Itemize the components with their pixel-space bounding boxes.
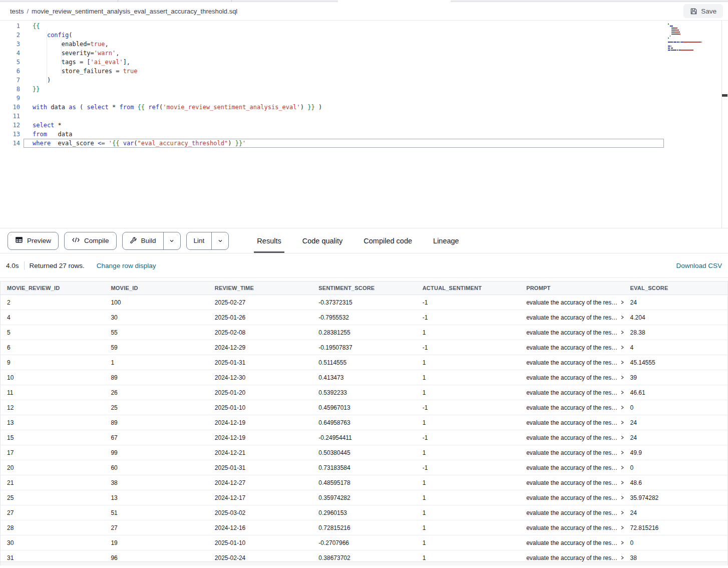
build-dropdown-button[interactable]: [163, 232, 180, 249]
cell-movie-id: 100: [104, 295, 208, 310]
code-line[interactable]: 7 ): [0, 76, 664, 85]
cell-review-time: 2025-02-08: [208, 325, 312, 340]
column-header: EVAL_SCORE: [624, 281, 727, 295]
prompt-preview-text: evaluate the accuracy of the res…: [526, 449, 617, 456]
change-row-display-link[interactable]: Change row display: [97, 262, 156, 269]
code-line[interactable]: 2 config(: [0, 31, 664, 40]
table-row: 21382024-12-270.485951781evaluate the ac…: [1, 475, 727, 490]
expand-cell-icon[interactable]: [620, 540, 623, 545]
code-line[interactable]: 12select *: [0, 121, 664, 130]
compile-button[interactable]: Compile: [64, 232, 117, 250]
table-row: 20602025-01-310.73183584-1evaluate the a…: [1, 460, 727, 475]
tab-divider: [118, 0, 118, 2]
expand-cell-icon[interactable]: [620, 390, 623, 395]
cell-prompt: evaluate the accuracy of the res…: [520, 490, 623, 505]
expand-cell-icon[interactable]: [620, 510, 623, 515]
code-line[interactable]: 6 store_failures = true: [0, 67, 664, 76]
query-status-bar: 4.0s Returned 27 rows. Change row displa…: [0, 253, 728, 278]
cell-prompt: evaluate the accuracy of the res…: [520, 385, 623, 400]
expand-cell-icon[interactable]: [620, 300, 623, 305]
code-text: tags = ['ai_eval'],: [24, 58, 664, 67]
tab-lineage[interactable]: Lineage: [430, 228, 462, 253]
table-row: 912025-01-310.51145551evaluate the accur…: [1, 355, 727, 370]
code-editor[interactable]: 1{{2 config(3 enabled=true,4 severity='w…: [0, 21, 728, 228]
expand-cell-icon[interactable]: [620, 435, 623, 440]
expand-cell-icon[interactable]: [620, 375, 623, 380]
expand-cell-icon[interactable]: [620, 315, 623, 320]
tab-results[interactable]: Results: [254, 228, 284, 253]
cell-movie-id: 13: [104, 490, 208, 505]
cell-movie-review-id: 12: [1, 400, 104, 415]
wrench-icon: [130, 236, 137, 245]
expand-cell-icon[interactable]: [620, 420, 623, 425]
code-line[interactable]: 13from data: [0, 130, 664, 139]
download-csv-link[interactable]: Download CSV: [676, 262, 722, 269]
cell-review-time: 2025-01-20: [208, 385, 312, 400]
editor-minimap[interactable]: [668, 24, 720, 52]
expand-cell-icon[interactable]: [620, 465, 623, 470]
table-row: 12252025-01-100.45967013-1evaluate the a…: [1, 400, 727, 415]
cell-review-time: 2024-12-19: [208, 430, 312, 445]
lint-label: Lint: [194, 237, 205, 244]
table-row: 28272024-12-160.728152161evaluate the ac…: [1, 520, 727, 535]
expand-cell-icon[interactable]: [620, 525, 623, 530]
cell-movie-id: 25: [104, 400, 208, 415]
expand-cell-icon[interactable]: [620, 405, 623, 410]
preview-label: Preview: [27, 237, 51, 244]
prompt-preview-text: evaluate the accuracy of the res…: [526, 419, 617, 426]
expand-cell-icon[interactable]: [620, 330, 623, 335]
code-line[interactable]: 4 severity='warn',: [0, 49, 664, 58]
prompt-preview-text: evaluate the accuracy of the res…: [526, 464, 617, 471]
column-header: ACTUAL_SENTIMENT: [416, 281, 520, 295]
minimap-line: [668, 36, 720, 37]
code-line[interactable]: 5 tags = ['ai_eval'],: [0, 58, 664, 67]
build-button[interactable]: Build: [122, 232, 181, 250]
expand-cell-icon[interactable]: [620, 450, 623, 455]
preview-button[interactable]: Preview: [8, 232, 59, 250]
editor-scrollbar[interactable]: [721, 21, 728, 228]
cell-actual-sentiment: -1: [416, 340, 520, 355]
expand-cell-icon[interactable]: [620, 345, 623, 350]
table-row: 6592024-12-29-0.19507837-1evaluate the a…: [1, 340, 727, 355]
cell-eval-score: 24: [624, 295, 727, 310]
prompt-preview-text: evaluate the accuracy of the res…: [526, 494, 617, 501]
breadcrumb-root[interactable]: tests: [10, 8, 24, 15]
code-text: [24, 94, 664, 103]
code-line[interactable]: 14where eval_score <= '{{ var("eval_accu…: [0, 139, 664, 148]
minimap-line: [668, 50, 720, 51]
code-line[interactable]: 8}}: [0, 85, 664, 94]
cell-movie-id: 51: [104, 505, 208, 520]
tab-code-quality[interactable]: Code quality: [299, 228, 346, 253]
expand-cell-icon[interactable]: [620, 480, 623, 485]
results-tabs: Results Code quality Compiled code Linea…: [246, 228, 469, 253]
line-number: 1: [0, 22, 20, 31]
expand-cell-icon[interactable]: [620, 495, 623, 500]
code-line[interactable]: 3 enabled=true,: [0, 40, 664, 49]
active-tab-top[interactable]: [338, 0, 451, 3]
cell-eval-score: 35.974282: [624, 490, 727, 505]
cell-actual-sentiment: 1: [416, 490, 520, 505]
code-line[interactable]: 10with data as ( select * from {{ ref('m…: [0, 103, 664, 112]
cell-actual-sentiment: 1: [416, 370, 520, 385]
horizontal-scrollbar[interactable]: [1, 561, 727, 565]
table-row: 10892024-12-300.4134731evaluate the accu…: [1, 370, 727, 385]
cell-prompt: evaluate the accuracy of the res…: [520, 310, 623, 325]
save-button[interactable]: Save: [683, 4, 723, 18]
browser-tabs-strip[interactable]: [0, 0, 728, 2]
cell-review-time: 2024-12-21: [208, 445, 312, 460]
tab-compiled-code[interactable]: Compiled code: [360, 228, 415, 253]
expand-cell-icon[interactable]: [620, 360, 623, 365]
code-line[interactable]: 11: [0, 112, 664, 121]
code-line[interactable]: 1{{: [0, 22, 664, 31]
cell-sentiment-score: -0.19507837: [312, 340, 416, 355]
prompt-preview-text: evaluate the accuracy of the res…: [526, 434, 617, 441]
expand-cell-icon[interactable]: [620, 555, 623, 560]
prompt-preview-text: evaluate the accuracy of the res…: [526, 329, 617, 336]
cell-eval-score: 24: [624, 430, 727, 445]
cell-actual-sentiment: 1: [416, 385, 520, 400]
cell-movie-review-id: 20: [1, 460, 104, 475]
lint-dropdown-button[interactable]: [211, 232, 228, 249]
prompt-preview-text: evaluate the accuracy of the res…: [526, 299, 617, 306]
code-line[interactable]: 9: [0, 94, 664, 103]
lint-button[interactable]: Lint: [186, 232, 229, 250]
